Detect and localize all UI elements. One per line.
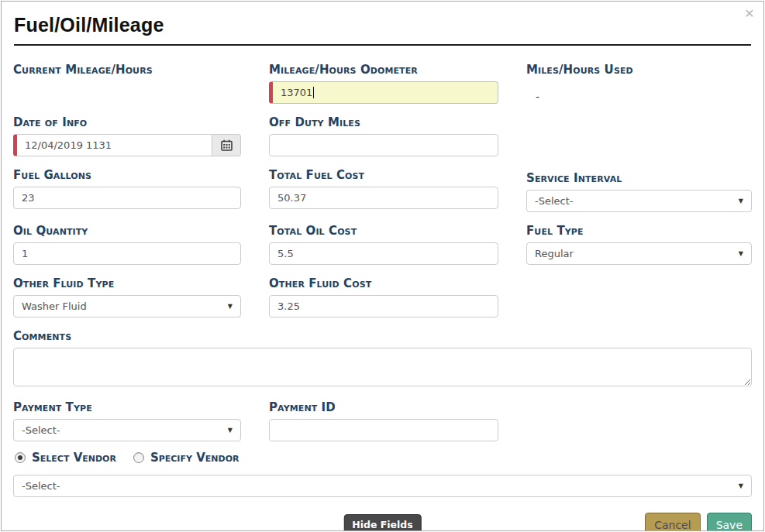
hide-fields-button[interactable]: Hide Fields xyxy=(343,514,422,531)
fuel-oil-mileage-dialog: × Fuel/Oil/Mileage Current Mileage/Hours… xyxy=(1,1,764,531)
specify-vendor-radio[interactable]: Specify Vendor xyxy=(133,451,239,465)
vendor-select[interactable]: -Select- ▼ xyxy=(13,475,752,497)
payment-type-value: -Select- xyxy=(22,424,60,436)
oil-quantity-label: Oil Quantity xyxy=(13,224,241,238)
off-duty-miles-label: Off Duty Miles xyxy=(269,115,498,129)
chevron-down-icon: ▼ xyxy=(739,482,743,489)
off-duty-miles-input[interactable] xyxy=(269,134,498,156)
service-interval-value: -Select- xyxy=(535,195,574,207)
dialog-title: Fuel/Oil/Mileage xyxy=(14,14,751,46)
specify-vendor-label: Specify Vendor xyxy=(150,451,239,465)
mileage-hours-odometer-input[interactable]: 13701 xyxy=(269,81,498,104)
fuel-type-value: Regular xyxy=(535,248,574,259)
cancel-button[interactable]: Cancel xyxy=(645,513,700,531)
other-fluid-cost-input[interactable] xyxy=(269,295,498,317)
payment-type-label: Payment Type xyxy=(13,400,241,414)
fuel-gallons-input[interactable] xyxy=(13,187,241,209)
chevron-down-icon: ▼ xyxy=(739,250,743,257)
miles-hours-used-value: - xyxy=(526,81,752,103)
service-interval-select[interactable]: -Select- ▼ xyxy=(526,190,752,212)
date-of-info-label: Date of Info xyxy=(13,115,241,129)
select-vendor-label: Select Vendor xyxy=(32,451,116,465)
date-of-info-input[interactable] xyxy=(13,134,212,156)
miles-hours-used-label: Miles/Hours Used xyxy=(526,63,752,77)
other-fluid-type-label: Other Fluid Type xyxy=(13,276,241,290)
payment-id-input[interactable] xyxy=(269,419,498,441)
current-mileage-hours-label: Current Mileage/Hours xyxy=(13,63,241,77)
fuel-type-label: Fuel Type xyxy=(526,224,752,238)
text-caret xyxy=(313,87,314,98)
fuel-type-select[interactable]: Regular ▼ xyxy=(526,242,752,265)
total-fuel-cost-label: Total Fuel Cost xyxy=(269,168,498,182)
payment-type-select[interactable]: -Select- ▼ xyxy=(13,419,241,441)
calendar-icon xyxy=(221,139,233,151)
comments-textarea[interactable] xyxy=(13,348,752,386)
chevron-down-icon: ▼ xyxy=(228,427,233,434)
comments-label: Comments xyxy=(13,329,752,343)
other-fluid-cost-label: Other Fluid Cost xyxy=(269,276,498,290)
vendor-mode-group: Select Vendor Specify Vendor xyxy=(15,451,752,465)
service-interval-label: Service Interval xyxy=(526,171,752,185)
other-fluid-type-value: Washer Fluid xyxy=(22,300,87,312)
select-vendor-radio[interactable]: Select Vendor xyxy=(15,451,116,465)
chevron-down-icon: ▼ xyxy=(228,303,233,310)
dialog-footer: Hide Fields Cancel Save xyxy=(13,513,752,531)
odometer-value: 13701 xyxy=(281,87,312,98)
total-fuel-cost-input[interactable] xyxy=(269,187,498,209)
save-button[interactable]: Save xyxy=(707,513,752,531)
total-oil-cost-input[interactable] xyxy=(269,242,498,265)
chevron-down-icon: ▼ xyxy=(739,197,743,204)
dialog-header: × Fuel/Oil/Mileage xyxy=(2,2,763,46)
payment-id-label: Payment ID xyxy=(269,400,498,414)
total-oil-cost-label: Total Oil Cost xyxy=(269,224,498,238)
radio-selected-icon xyxy=(15,452,26,463)
calendar-picker-button[interactable] xyxy=(212,134,241,156)
fuel-gallons-label: Fuel Gallons xyxy=(13,168,241,182)
vendor-value: -Select- xyxy=(22,480,60,492)
radio-unselected-icon xyxy=(133,452,144,463)
mileage-hours-odometer-label: Mileage/Hours Odometer xyxy=(269,63,498,77)
other-fluid-type-select[interactable]: Washer Fluid ▼ xyxy=(13,295,241,317)
oil-quantity-input[interactable] xyxy=(13,242,241,265)
close-icon[interactable]: × xyxy=(745,5,754,21)
dialog-body: Current Mileage/Hours Mileage/Hours Odom… xyxy=(2,46,763,531)
